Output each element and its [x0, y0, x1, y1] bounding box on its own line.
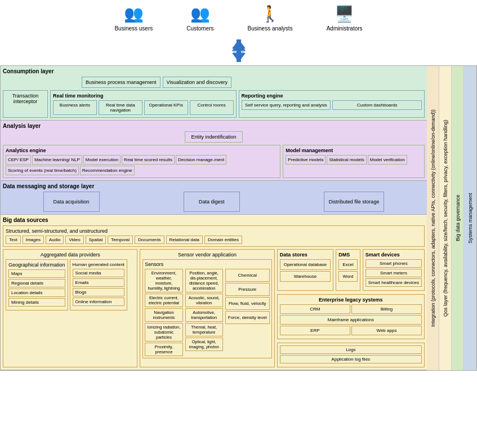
reporting-title: Reporting engine — [242, 93, 422, 99]
sensor-1-1: Acoustic, sound, vibration — [185, 294, 223, 307]
ent-webapps: Web apps — [351, 326, 422, 335]
ae-item-1: Machine learning/ NLP — [32, 155, 82, 165]
chem-pressure-col: Chemical Pressure Flow, fluid, velocity … — [225, 269, 270, 356]
customers-label: Customers — [186, 25, 213, 32]
bottom-section: Aggregated data providers Geographical i… — [3, 249, 425, 367]
transaction-interceptor-box: Transaction interceptor — [3, 90, 48, 118]
mm-item-1: Statistical models — [327, 155, 366, 165]
chem-chemical: Chemical — [225, 269, 270, 282]
ent-title: Enterprise legacy systems — [280, 297, 422, 303]
mm-title: Model management — [286, 148, 422, 153]
agg-prov-inner: Geographical information Maps Regional d… — [6, 259, 135, 311]
sensor-1-4: Optical, light, imaging, photon — [185, 338, 223, 351]
struct-documents: Documents — [135, 236, 164, 244]
rt-item-0: Business alerts — [53, 100, 97, 115]
struct-relational: Relational data — [166, 236, 203, 244]
data-stores-box: Data stores Operational database Warehou… — [277, 249, 334, 291]
ae-item-3: Real time scored results — [122, 155, 175, 165]
struct-text: Text — [6, 236, 21, 244]
human-box: Human generated content Social media Ema… — [70, 259, 128, 311]
rt-items: Business alerts Real time data navigatio… — [53, 100, 234, 115]
analysis-bottom: Analytics engine CEP/ ESP Machine learni… — [3, 145, 425, 178]
geo-mining: Mining details — [8, 298, 65, 307]
enterprise-box: Enterprise legacy systems CRM Billing Ma… — [277, 294, 425, 339]
ent-crm: CRM — [280, 304, 350, 314]
sd-title: Smart devices — [365, 252, 422, 258]
human-social: Social media — [73, 269, 125, 277]
human-online: Online information — [73, 298, 125, 306]
ds-operational: Operational database — [280, 259, 331, 270]
agg-prov-title: Aggregated data providers — [6, 252, 135, 258]
mm-item-2: Model verification — [368, 155, 407, 165]
sensors-col-0: Environment, weather, moisture, humility… — [145, 269, 182, 356]
rt-title: Real time monitoring — [53, 93, 234, 99]
structured-items: Text Images Audio Video Spatial Temporal… — [6, 236, 422, 244]
customers-icon: 👥 — [190, 5, 210, 23]
analysis-top: Entity indentification — [3, 131, 425, 143]
smart-devices-box: Smart devices Smart phones Smart meters … — [363, 249, 425, 291]
human-emails: Emails — [73, 278, 125, 287]
admins-label: Administrators — [327, 25, 363, 32]
data-messaging-layer: Data messaging and storage layer Data ac… — [1, 181, 427, 215]
big-data-layer: Big data sources Structured, semi-struct… — [1, 215, 427, 370]
dms-box: DMS Excel Word — [336, 249, 360, 291]
struct-temporal: Temporal — [108, 236, 133, 244]
struct-audio: Audio — [46, 236, 64, 244]
ent-billing: Billing — [351, 304, 422, 314]
rt-item-3: Control rooms — [190, 100, 234, 115]
analysts-icon: 🚶 — [260, 5, 280, 23]
admins-icon: 🖥️ — [335, 5, 354, 23]
reporting-engine-box: Reporting engine Self service query, rep… — [239, 90, 425, 118]
reporting-item-1: Custom dashboards — [332, 100, 422, 110]
sensor-0-1: Electric current, electric potential — [145, 294, 182, 307]
arrow-row — [0, 36, 477, 65]
data-msg-title: Data messaging and storage layer — [3, 183, 425, 189]
entity-box: Entity indentification — [185, 131, 242, 143]
svg-marker-4 — [232, 53, 246, 62]
user-admins: 🖥️ Administrators — [327, 5, 363, 32]
visualization-box: Visualization and discovery — [163, 77, 231, 88]
svg-marker-3 — [232, 39, 246, 48]
ent-erp: ERP — [280, 326, 350, 335]
sd-meters: Smart meters — [365, 269, 422, 277]
reporting-items: Self service query, reporting and analys… — [242, 100, 422, 110]
ae-item-4: Decision manage-ment — [176, 155, 226, 165]
big-data-title: Big data sources — [3, 217, 425, 223]
structured-title: Structured, semi-structured, and unstruc… — [6, 228, 422, 234]
struct-domain: Domain entities — [204, 236, 242, 244]
rt-item-2: Operational KPIs — [144, 100, 188, 115]
sidebar-systems: Systems management — [464, 66, 476, 370]
chem-flow: Flow, fluid, velocity — [225, 297, 270, 310]
structured-box: Structured, semi-structured, and unstruc… — [3, 225, 425, 247]
sensors-inner: Sensors Environment, weather, moisture, … — [142, 259, 271, 358]
ds-title: Data stores — [280, 252, 331, 258]
struct-spatial: Spatial — [86, 236, 106, 244]
chem-pressure: Pressure — [225, 283, 270, 296]
consumption-layer: Consumption layer Business process manag… — [1, 66, 427, 121]
bidirectional-arrow — [226, 38, 251, 63]
sensors-col-1: Position, angle, dis-placement, distance… — [185, 269, 223, 356]
sidebar-bigdata: Big data governance — [452, 66, 464, 370]
sensor-0-4: Proximity, presence — [145, 343, 182, 356]
consumption-top-boxes: Business process management Visualizatio… — [3, 77, 425, 88]
log-applog: Application log files — [280, 355, 422, 363]
analysis-title: Analysis layer — [3, 123, 425, 129]
sensor-vendor-outer: Sensor vendor application Sensors Enviro… — [140, 249, 274, 367]
sensor-1-0: Position, angle, dis-placement, distance… — [185, 269, 223, 292]
logs-box: Logs Application log files — [277, 343, 425, 367]
business-users-icon: 👥 — [124, 5, 144, 23]
chem-force: Force, density level — [225, 311, 270, 324]
sensor-0-2: Navigation instruments — [145, 308, 182, 322]
geo-title: Geographical information — [8, 262, 65, 268]
geo-maps: Maps — [8, 269, 65, 278]
rt-monitoring-box: Real time monitoring Business alerts Rea… — [50, 90, 237, 118]
geo-regional: Regional details — [8, 279, 65, 287]
business-users-label: Business users — [114, 25, 153, 32]
ent-row-2: ERP Web apps — [280, 326, 422, 335]
ae-items: CEP/ ESP Machine learning/ NLP Model exe… — [6, 155, 278, 175]
sv-title: Sensor vendor application — [142, 252, 271, 258]
rt-item-1: Real time data navigation — [99, 100, 142, 115]
ae-item-0: CEP/ ESP — [6, 155, 31, 165]
model-mgmt-box: Model management Predictive models Stati… — [283, 145, 425, 178]
user-analysts: 🚶 Business analysts — [248, 5, 293, 32]
